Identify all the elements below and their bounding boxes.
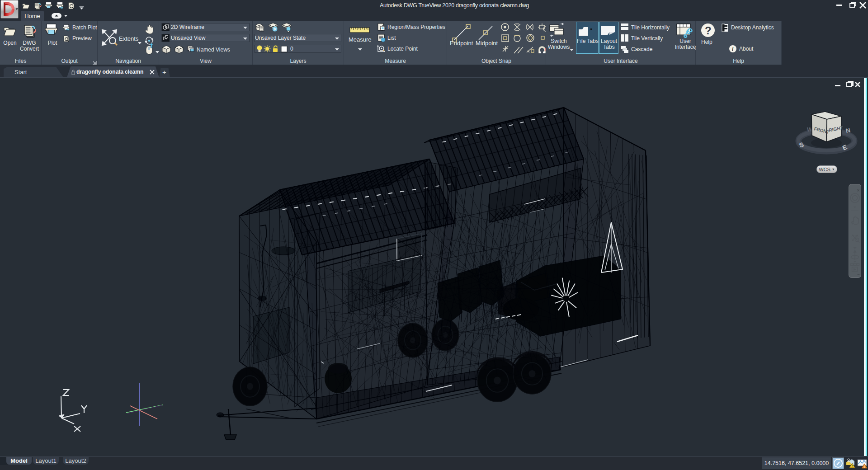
svg-text:!: ! xyxy=(864,465,865,469)
svg-text:0: 0 xyxy=(290,46,293,52)
svg-text:!: ! xyxy=(852,464,853,468)
svg-text:i: i xyxy=(382,38,383,42)
svg-text:Named Views: Named Views xyxy=(197,47,230,53)
svg-text:?: ? xyxy=(705,24,712,37)
